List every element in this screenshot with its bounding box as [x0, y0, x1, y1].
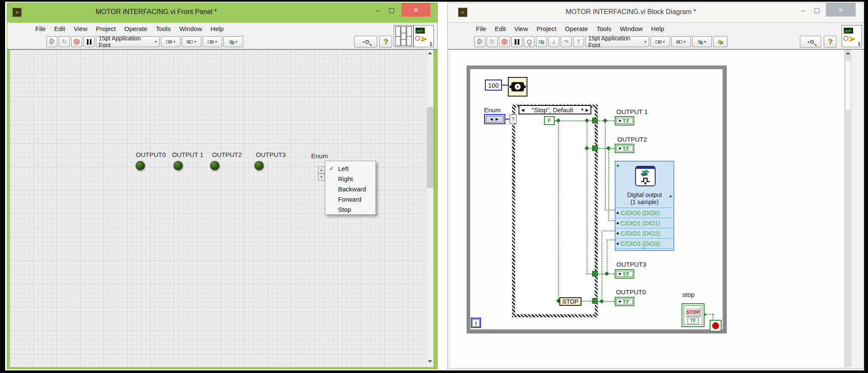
abort-icon	[501, 39, 508, 45]
block-diagram-vscrollbar[interactable]	[844, 50, 851, 367]
menu-project[interactable]: Project	[92, 25, 120, 32]
tf-terminal-output2[interactable]: ▶TF	[615, 144, 634, 153]
help-button[interactable]: ?	[824, 36, 836, 48]
case-structure[interactable]	[512, 105, 598, 317]
cleanup-diagram-button[interactable]	[713, 36, 728, 47]
connector-pane-icon[interactable]	[394, 25, 413, 47]
close-button[interactable]: ×	[401, 3, 430, 17]
tf-terminal-output0[interactable]: ▶TF	[615, 297, 634, 306]
digital-output-express-vi[interactable]: ▶ ▶ Digital output (1 sample) ▶C/DIO0 (D…	[615, 161, 674, 251]
enum-option-stop[interactable]: Stop	[325, 204, 375, 214]
vi-badge: 1	[858, 41, 860, 46]
font-selector[interactable]: 15pt Application Font▾	[585, 36, 649, 47]
menu-window[interactable]: Window	[616, 25, 647, 32]
close-button[interactable]: ×	[826, 3, 856, 17]
run-continuous-button[interactable]: ↻	[487, 36, 498, 47]
font-selector[interactable]: 15pt Application Font▾	[96, 36, 160, 47]
channel-row[interactable]: ▶C/DIO3 (DIO3)	[616, 238, 673, 248]
front-panel-titlebar[interactable]: ➢ MOTOR INTERFACING.vi Front Panel * – ▢…	[7, 3, 437, 23]
resize-objects-dropdown[interactable]: ▾	[203, 36, 222, 47]
led-indicator-output0[interactable]	[135, 161, 145, 171]
abort-button[interactable]	[71, 36, 82, 47]
front-panel-canvas[interactable]: OUTPUT0 OUTPUT 1 OUTPUT2 OUTPUT3 Enum ▲ …	[10, 50, 426, 367]
led-label: OUTPUT2	[212, 151, 242, 158]
case-selector-terminal[interactable]: ?	[510, 114, 516, 124]
menu-help[interactable]: Help	[647, 25, 669, 32]
wire	[607, 239, 607, 273]
wait-ms-icon[interactable]	[508, 77, 527, 97]
channel-row[interactable]: ▶C/DIO1 (DIO1)	[616, 218, 673, 228]
minimize-button[interactable]: –	[372, 6, 384, 14]
menu-tools[interactable]: Tools	[152, 25, 175, 32]
case-selector-label[interactable]: ◀ "Stop", Default ▼ ▶	[519, 105, 591, 114]
maximize-button[interactable]: ▢	[386, 6, 397, 14]
led-indicator-output3[interactable]	[254, 161, 264, 171]
enum-spinner[interactable]: ▲ ▼	[318, 166, 325, 182]
block-diagram-canvas[interactable]: 100 Enum ◀ ▶ ? ◀ "Stop", Default ▼ ▶ F	[450, 50, 844, 367]
enum-option-left[interactable]: ✓Left	[325, 163, 375, 174]
front-panel-vscrollbar[interactable]	[426, 50, 433, 367]
menu-file[interactable]: File	[31, 25, 50, 32]
wire	[602, 231, 602, 301]
run-button[interactable]	[46, 36, 57, 47]
search-button[interactable]: ◂	[800, 36, 821, 48]
run-continuous-button[interactable]: ↻	[59, 36, 70, 47]
highlight-execution-button[interactable]	[524, 36, 535, 47]
menu-view[interactable]: View	[69, 25, 92, 32]
scrollbar-thumb[interactable]	[845, 60, 851, 111]
menu-project[interactable]: Project	[532, 25, 561, 32]
tunnel	[592, 271, 598, 276]
prev-case-icon: ◀	[521, 108, 524, 112]
block-diagram-titlebar[interactable]: ➢ MOTOR INTERFACING.vi Block Diagram * –…	[448, 3, 864, 23]
reorder-dropdown[interactable]: ▾	[692, 36, 712, 47]
minimize-button[interactable]: –	[798, 6, 809, 14]
terminal-label: OUTPUT 1	[616, 108, 648, 115]
led-indicator-output1[interactable]	[173, 161, 183, 171]
numeric-constant-100[interactable]: 100	[485, 80, 502, 91]
loop-condition-terminal[interactable]	[710, 320, 722, 332]
vi-icon[interactable]: ➤ 1	[842, 25, 862, 47]
stop-button-terminal[interactable]: STOP TF	[682, 303, 705, 327]
express-vi-icon	[635, 166, 656, 186]
step-into-button[interactable]: ⤓	[548, 36, 559, 47]
false-constant[interactable]: F	[544, 116, 555, 125]
scrollbar-thumb[interactable]	[427, 107, 433, 188]
menu-operate[interactable]: Operate	[120, 25, 152, 32]
enum-terminal[interactable]: ◀ ▶	[484, 114, 505, 124]
menu-tools[interactable]: Tools	[592, 25, 616, 32]
enum-option-forward[interactable]: Forward	[325, 194, 375, 204]
distribute-objects-dropdown[interactable]: ▾	[671, 36, 691, 47]
maximize-button[interactable]: ▢	[811, 6, 822, 14]
retain-wire-values-button[interactable]	[536, 36, 547, 47]
menu-edit[interactable]: Edit	[490, 25, 510, 32]
enum-option-backward[interactable]: Backward	[325, 184, 375, 194]
expand-chevron-icon[interactable]	[642, 248, 647, 250]
align-objects-dropdown[interactable]: ▾	[161, 36, 180, 47]
abort-button[interactable]	[499, 36, 510, 47]
menu-view[interactable]: View	[510, 25, 532, 32]
menu-window[interactable]: Window	[175, 25, 206, 32]
tf-terminal-output3[interactable]: ▶TF	[615, 269, 634, 279]
menu-operate[interactable]: Operate	[561, 25, 592, 32]
vi-icon[interactable]: ➤ 1	[413, 25, 434, 47]
help-button[interactable]: ?	[379, 36, 392, 48]
step-out-button[interactable]: ⤒	[573, 36, 584, 47]
pause-button[interactable]	[511, 36, 522, 47]
menu-edit[interactable]: Edit	[50, 25, 69, 32]
align-objects-dropdown[interactable]: ▾	[650, 36, 670, 47]
reorder-dropdown[interactable]: ▾	[223, 36, 243, 47]
stop-wire-label[interactable]: STOP	[559, 297, 582, 306]
channel-row[interactable]: ▶C/DIO0 (DIO0)	[616, 208, 673, 218]
distribute-objects-dropdown[interactable]: ▾	[182, 36, 201, 47]
led-indicator-output2[interactable]	[210, 161, 220, 171]
menu-help[interactable]: Help	[206, 25, 228, 32]
menu-file[interactable]: File	[472, 25, 490, 32]
channel-row[interactable]: ▶C/DIO2 (DIO2)	[616, 228, 673, 238]
step-over-button[interactable]: ↷	[561, 36, 572, 47]
pause-button[interactable]	[83, 36, 95, 47]
search-button[interactable]: ◂	[354, 36, 377, 48]
run-button[interactable]	[474, 36, 485, 47]
enum-option-right[interactable]: Right	[325, 174, 375, 184]
iteration-terminal[interactable]: i	[471, 318, 481, 328]
tf-terminal-output1[interactable]: ▶TF	[615, 116, 634, 125]
